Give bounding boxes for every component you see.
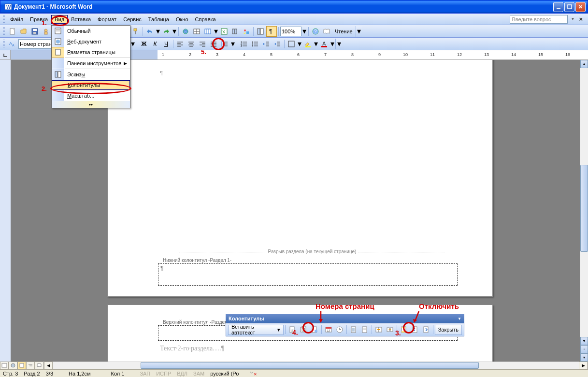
print-view-btn[interactable]	[17, 362, 26, 369]
doc-map-icon[interactable]	[255, 26, 266, 37]
insert-table-icon[interactable]	[202, 26, 213, 37]
bullets-icon[interactable]	[250, 39, 260, 49]
hscroll-thumb[interactable]	[141, 362, 479, 369]
menu-format[interactable]: Формат	[94, 15, 120, 24]
styles-pane-icon[interactable]: AA	[7, 39, 18, 49]
ask-question-input[interactable]	[510, 15, 568, 24]
page-setup-icon[interactable]	[348, 324, 359, 335]
align-right-icon[interactable]	[197, 39, 208, 49]
next-page-icon[interactable]: ▾	[580, 353, 588, 362]
menu-edit[interactable]: Правка	[27, 15, 51, 24]
scroll-thumb[interactable]	[580, 165, 588, 252]
highlight-icon[interactable]	[302, 39, 313, 49]
hf-close-button[interactable]: Закрыть	[435, 325, 462, 335]
view-print-layout[interactable]: Разметка страницы	[52, 47, 130, 58]
line-spacing-icon[interactable]	[219, 39, 230, 49]
read-mode-icon[interactable]	[321, 26, 332, 37]
underline-icon[interactable]: Ч	[161, 39, 172, 49]
help-icon[interactable]: ?	[310, 26, 321, 37]
insert-time-icon[interactable]	[334, 324, 345, 335]
menu-view[interactable]: Вид	[51, 15, 68, 24]
hf-toolbar-dropdown-icon[interactable]: ▼	[458, 317, 461, 321]
menu-tools[interactable]: Сервис	[120, 15, 145, 24]
scroll-left-icon[interactable]: ◀	[44, 362, 53, 369]
highlight-dropdown[interactable]: ▾	[314, 39, 318, 48]
view-toolbars[interactable]: Панели инструментов ▶	[52, 58, 130, 69]
hf-toolbar-title[interactable]: Колонтитулы ▼	[226, 314, 464, 323]
menu-window[interactable]: Окно	[172, 15, 192, 24]
status-trk[interactable]: ИСПР	[156, 371, 171, 377]
scroll-right-icon[interactable]: ▶	[579, 362, 588, 369]
insert-autotext-button[interactable]: Вставить автотекст ▾	[228, 325, 284, 335]
menu-table[interactable]: Таблица	[145, 15, 172, 24]
close-doc-x[interactable]: ×	[577, 15, 584, 23]
vertical-scrollbar[interactable]: ▲ ▼ ◦ ▾	[580, 60, 588, 362]
switch-header-footer-icon[interactable]	[399, 324, 409, 335]
maximize-button[interactable]	[564, 2, 574, 12]
undo-icon[interactable]	[144, 26, 155, 37]
view-web-layout[interactable]: Веб-документ	[52, 36, 130, 47]
view-header-footer[interactable]: Колонтитулы	[52, 80, 130, 90]
toolbar-grip[interactable]	[3, 27, 5, 36]
view-thumbnails[interactable]: Эскизы	[52, 69, 130, 80]
same-as-previous-icon[interactable]	[373, 324, 384, 335]
insert-date-icon[interactable]: 17	[323, 324, 334, 335]
spell-check-icon[interactable]: ✕	[249, 371, 257, 377]
tab-selector[interactable]	[0, 50, 11, 59]
drawing-icon[interactable]	[241, 26, 252, 37]
reading-button[interactable]: Чтение	[332, 26, 355, 37]
font-size-dropdown[interactable]: ▾	[130, 39, 135, 48]
show-hide-text-icon[interactable]	[359, 324, 370, 335]
normal-view-btn[interactable]	[0, 362, 9, 369]
decrease-indent-icon[interactable]	[261, 39, 272, 49]
menu-insert[interactable]: Вставка	[68, 15, 94, 24]
show-marks-icon[interactable]: ¶	[266, 26, 277, 37]
menu-file[interactable]: Файл	[7, 15, 27, 24]
horizontal-scrollbar[interactable]: ◀ ▶	[43, 362, 588, 369]
toolbar-grip[interactable]	[3, 40, 5, 48]
font-color-dropdown[interactable]: ▾	[330, 39, 335, 48]
show-previous-icon[interactable]	[410, 324, 420, 335]
toolbar-options[interactable]: ▾	[356, 26, 362, 37]
borders-icon[interactable]	[286, 39, 297, 49]
minimize-button[interactable]	[553, 2, 563, 12]
table-dropdown[interactable]: ▾	[214, 27, 218, 36]
zoom-combo[interactable]	[280, 27, 301, 36]
close-button[interactable]: ✕	[575, 2, 586, 12]
new-doc-icon[interactable]	[7, 26, 18, 37]
zoom-dropdown[interactable]: ▾	[302, 27, 307, 36]
status-ovr[interactable]: ЗАМ	[193, 371, 204, 377]
undo-dropdown[interactable]: ▾	[156, 27, 160, 36]
toolbar-options[interactable]: ▾	[335, 39, 342, 49]
link-to-previous-icon[interactable]	[385, 324, 395, 335]
align-left-icon[interactable]	[175, 39, 186, 49]
status-ext[interactable]: ВДЛ	[177, 371, 187, 377]
format-page-number-icon[interactable]	[309, 324, 320, 335]
status-lang[interactable]: русский (Ро	[210, 371, 239, 377]
line-spacing-dropdown[interactable]: ▾	[230, 39, 235, 48]
save-icon[interactable]	[29, 26, 40, 37]
scroll-down-icon[interactable]: ▼	[580, 337, 588, 345]
align-center-icon[interactable]	[186, 39, 197, 49]
insert-pages-count-icon[interactable]: #	[298, 324, 309, 335]
outline-view-btn[interactable]	[26, 362, 35, 369]
view-zoom[interactable]: Масштаб...	[52, 90, 130, 101]
tables-borders-icon[interactable]	[191, 26, 202, 37]
align-justify-icon[interactable]	[208, 39, 219, 49]
prev-page-icon[interactable]: ◦	[580, 345, 588, 353]
hyperlink-icon[interactable]	[180, 26, 191, 37]
increase-indent-icon[interactable]	[272, 39, 283, 49]
excel-icon[interactable]: X	[219, 26, 229, 37]
toolbar-grip[interactable]	[3, 15, 5, 24]
reading-view-btn[interactable]	[35, 362, 43, 369]
dropdown-expand-icon[interactable]: ▾▾	[52, 101, 130, 108]
redo-dropdown[interactable]: ▾	[172, 27, 177, 36]
italic-icon[interactable]: К	[150, 39, 160, 49]
format-painter-icon[interactable]	[130, 26, 141, 37]
footer-edit-area[interactable]: ¶	[158, 263, 458, 286]
redo-icon[interactable]	[161, 26, 172, 37]
show-next-icon[interactable]	[421, 324, 431, 335]
header-footer-toolbar[interactable]: Колонтитулы ▼ Вставить автотекст ▾ # # 1…	[226, 314, 464, 336]
web-view-btn[interactable]	[9, 362, 17, 369]
scroll-up-icon[interactable]: ▲	[580, 60, 588, 68]
